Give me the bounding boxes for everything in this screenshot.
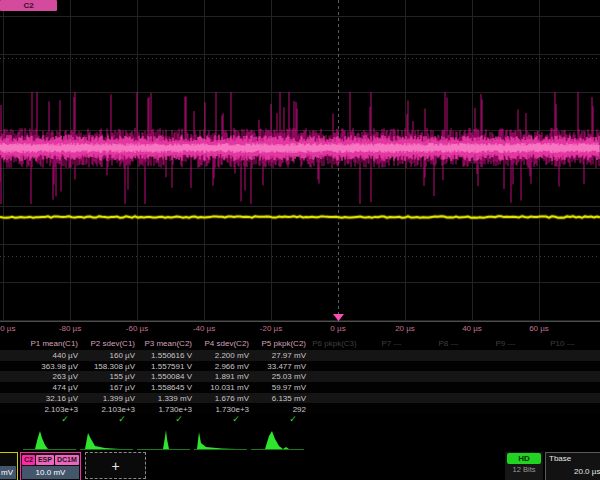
c1-scale: 10.0 mV [0,466,16,479]
oscilloscope-screen: C2 -100 µs-80 µs-60 µs-40 µs-20 µs0 µs20… [0,0,600,480]
status-check: ✓ [115,414,129,425]
param-header-inactive[interactable]: P7 --- [363,338,420,349]
axis-tick-label: 20 µs [375,324,435,333]
add-trace-button[interactable]: + [85,452,146,479]
measurement-value: 2.103e+3 [78,404,135,415]
axis-tick-label: -20 µs [241,324,301,333]
histicon-p3[interactable] [135,426,192,452]
measurement-value: 1.339 mV [135,393,192,404]
param-header[interactable]: P1 mean(C1) [21,338,78,349]
measurement-value: 155 µV [78,371,135,382]
channel-c1-descriptor[interactable]: C1 DC1M 10.0 mV [0,452,18,480]
timebase-label: Tbase [546,453,600,465]
histicon-p5[interactable] [249,426,306,452]
histicon-p2-svg [78,426,135,452]
axis-tick-label: 40 µs [442,324,502,333]
measurement-value: 160 µV [78,350,135,361]
axis-tick-label: -100 µs [0,324,32,333]
axis-tick-label: -40 µs [174,324,234,333]
measurement-value: 10.031 mV [192,382,249,393]
param-header-inactive[interactable]: P8 --- [420,338,477,349]
histicon-shape [197,432,236,449]
param-header[interactable]: P3 mean(C2) [135,338,192,349]
hd-bits-label: 12 Bits [505,464,543,476]
param-header-inactive[interactable]: P10 --- [534,338,591,349]
hd-badge: HD [507,453,541,464]
measurement-value: 33.477 mV [249,361,306,372]
hd-mode-indicator[interactable]: HD 12 Bits [505,452,543,480]
histicon-p4[interactable] [192,426,249,452]
histicon-p1-svg [21,426,78,452]
measurement-value: 1.891 mV [192,371,249,382]
histicon-p3-svg [135,426,192,452]
c1-badges: C1 DC1M [0,453,17,466]
histicon-shape [265,431,289,449]
status-check: ✓ [286,414,300,425]
measurement-value: 1.676 mV [192,393,249,404]
histicon-p5-svg [249,426,306,452]
histicon-shape [35,431,48,449]
measurement-value: 363.98 µV [21,361,78,372]
measurement-value: 1.558645 V [135,382,192,393]
axis-tick-label: 60 µs [509,324,569,333]
param-header[interactable]: P5 pkpk(C2) [249,338,306,349]
measurement-value: 1.550616 V [135,350,192,361]
measurement-value: 2.200 mV [192,350,249,361]
param-header-inactive[interactable]: P9 --- [477,338,534,349]
axis-tick-label: -60 µs [107,324,167,333]
measurement-value: 25.03 mV [249,371,306,382]
measurement-value: 6.135 mV [249,393,306,404]
trace-label-chip[interactable]: C2 [0,0,57,11]
c2-coupling-badge: DC1M [55,455,79,465]
waveform-grid [0,0,600,322]
param-header[interactable]: P2 sdev(C1) [78,338,135,349]
measurement-value: 1.730e+3 [135,404,192,415]
c2-esp-badge: ESP [36,455,54,465]
measurement-value: 263 µV [21,371,78,382]
measurement-value: 1.550084 V [135,371,192,382]
measurement-value: 32.16 µV [21,393,78,404]
axis-tick-label: 0 µs [308,324,368,333]
c2-scale: 10.0 mV [22,466,79,479]
measurement-value: 440 µV [21,350,78,361]
histicon-p1[interactable] [21,426,78,452]
measurement-value: 1.730e+3 [192,404,249,415]
timebase-value: 20.0 µs/div [546,465,600,478]
histicon-shape [163,430,169,449]
measurement-value: 474 µV [21,382,78,393]
measurement-value: 2.966 mV [192,361,249,372]
channel-c2-descriptor[interactable]: C2 ESP DC1M 10.0 mV [20,452,81,480]
measurement-value: 27.97 mV [249,350,306,361]
param-header[interactable]: P4 sdev(C2) [192,338,249,349]
measurement-value: 2.103e+3 [21,404,78,415]
time-axis: -100 µs-80 µs-60 µs-40 µs-20 µs0 µs20 µs… [0,322,600,336]
c2-badges: C2 ESP DC1M [21,453,80,466]
measurement-value: 158.308 µV [78,361,135,372]
timebase-descriptor[interactable]: Tbase 20.0 µs/div [545,452,600,480]
c2-label-badge: C2 [22,455,35,465]
measurement-value: 1.399 µV [78,393,135,404]
measurement-value: 59.97 mV [249,382,306,393]
histicon-shape [85,433,120,449]
status-check: ✓ [229,414,243,425]
status-check: ✓ [172,414,186,425]
status-check: ✓ [58,414,72,425]
axis-tick-label: -80 µs [40,324,100,333]
bottom-bar: C1 DC1M 10.0 mV C2 ESP DC1M 10.0 mV + HD… [0,452,600,480]
trigger-time-marker [333,314,344,321]
measurement-value: 292 [249,404,306,415]
param-header-inactive[interactable]: P11 --- [591,338,600,349]
measurement-value: 167 µV [78,382,135,393]
histicon-p2[interactable] [78,426,135,452]
param-header-inactive[interactable]: P6 pkpk(C3) [306,338,363,349]
histicon-p4-svg [192,426,249,452]
measurement-value: 1.557591 V [135,361,192,372]
